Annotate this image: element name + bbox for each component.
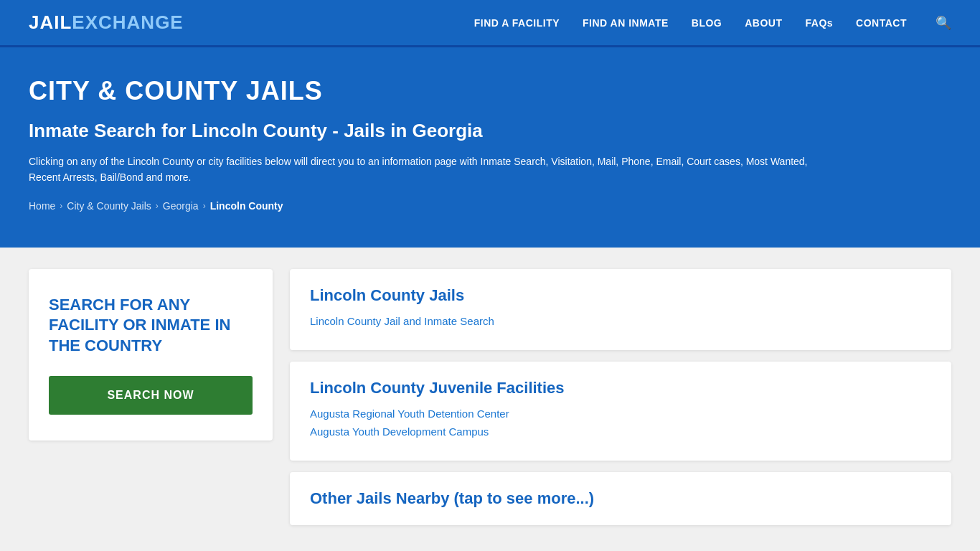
facility-section-title-0: Lincoln County Jails bbox=[310, 286, 931, 305]
breadcrumb-home[interactable]: Home bbox=[29, 200, 55, 212]
breadcrumb-city-county-jails[interactable]: City & County Jails bbox=[67, 200, 151, 212]
hero-description: Clicking on any of the Lincoln County or… bbox=[29, 154, 818, 186]
search-icon[interactable]: 🔍 bbox=[936, 15, 951, 31]
logo-exchange: EXCHANGE bbox=[72, 11, 183, 33]
nav-faqs[interactable]: FAQs bbox=[806, 17, 834, 29]
facility-card-lincoln-jails: Lincoln County Jails Lincoln County Jail… bbox=[290, 269, 951, 350]
nav-contact[interactable]: CONTACT bbox=[856, 17, 907, 29]
hero-section: CITY & COUNTY JAILS Inmate Search for Li… bbox=[0, 47, 980, 248]
facility-link-1-1[interactable]: Augusta Youth Development Campus bbox=[310, 425, 931, 438]
breadcrumb-sep-3: › bbox=[203, 201, 206, 211]
search-box-text: SEARCH FOR ANY FACILITY OR INMATE IN THE… bbox=[49, 295, 253, 357]
left-panel: SEARCH FOR ANY FACILITY OR INMATE IN THE… bbox=[29, 269, 273, 441]
nav-about[interactable]: ABOUT bbox=[745, 17, 782, 29]
breadcrumb-sep-1: › bbox=[60, 201, 62, 211]
facility-card-other: Other Jails Nearby (tap to see more...) bbox=[290, 472, 951, 525]
right-panel: Lincoln County Jails Lincoln County Jail… bbox=[290, 269, 951, 525]
site-logo[interactable]: JAILEXCHANGE bbox=[29, 11, 184, 34]
facility-link-1-0[interactable]: Augusta Regional Youth Detention Center bbox=[310, 408, 931, 420]
page-title: CITY & COUNTY JAILS bbox=[29, 76, 951, 106]
facility-section-title-1: Lincoln County Juvenile Facilities bbox=[310, 379, 931, 397]
breadcrumb-sep-2: › bbox=[156, 201, 159, 211]
nav-blog[interactable]: BLOG bbox=[692, 17, 722, 29]
logo-jail: JAIL bbox=[29, 11, 72, 33]
main-nav: FIND A FACILITY FIND AN INMATE BLOG ABOU… bbox=[474, 15, 951, 31]
breadcrumb-lincoln-county: Lincoln County bbox=[210, 200, 283, 212]
search-now-button[interactable]: SEARCH NOW bbox=[49, 376, 253, 415]
nav-find-inmate[interactable]: FIND AN INMATE bbox=[583, 17, 669, 29]
facility-card-juvenile: Lincoln County Juvenile Facilities Augus… bbox=[290, 362, 951, 461]
nav-find-facility[interactable]: FIND A FACILITY bbox=[474, 17, 560, 29]
breadcrumb: Home › City & County Jails › Georgia › L… bbox=[29, 200, 951, 212]
facility-section-title-2: Other Jails Nearby (tap to see more...) bbox=[310, 489, 931, 508]
main-content: SEARCH FOR ANY FACILITY OR INMATE IN THE… bbox=[0, 248, 980, 547]
breadcrumb-georgia[interactable]: Georgia bbox=[163, 200, 199, 212]
site-header: JAILEXCHANGE FIND A FACILITY FIND AN INM… bbox=[0, 0, 980, 47]
search-box: SEARCH FOR ANY FACILITY OR INMATE IN THE… bbox=[29, 269, 273, 441]
facility-link-0-0[interactable]: Lincoln County Jail and Inmate Search bbox=[310, 315, 931, 327]
page-subtitle: Inmate Search for Lincoln County - Jails… bbox=[29, 119, 951, 143]
